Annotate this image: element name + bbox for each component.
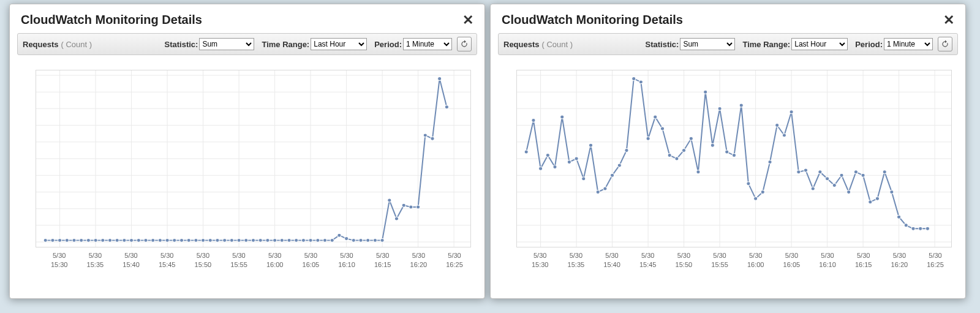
svg-point-118 [632, 77, 636, 80]
period-select[interactable]: 1 Minute [884, 38, 933, 50]
svg-point-64 [337, 233, 341, 237]
svg-point-41 [173, 238, 176, 242]
svg-point-68 [366, 238, 370, 242]
svg-point-60 [309, 238, 312, 242]
chart-grid [517, 70, 951, 247]
chart-series-points [524, 77, 929, 230]
svg-point-138 [775, 124, 779, 127]
close-icon[interactable]: ✕ [462, 13, 473, 27]
svg-point-151 [869, 200, 872, 204]
svg-point-26 [65, 238, 69, 242]
svg-point-54 [266, 238, 270, 242]
chart-svg [36, 70, 470, 247]
svg-point-28 [80, 238, 83, 242]
svg-point-65 [345, 237, 349, 241]
svg-point-147 [840, 173, 843, 177]
x-tick-label: 5/3015:40 [123, 251, 140, 270]
x-axis-ticks: 5/3015:305/3015:355/3015:405/3015:455/30… [36, 251, 471, 278]
time-range-select[interactable]: Last Hour [311, 38, 367, 50]
time-range-label: Time Range: [742, 40, 790, 49]
svg-point-24 [51, 238, 55, 242]
svg-point-124 [675, 157, 679, 160]
svg-point-37 [144, 238, 148, 242]
x-tick-label: 5/3016:10 [819, 251, 836, 270]
statistic-select[interactable]: Sum [680, 38, 735, 50]
svg-point-123 [668, 154, 671, 157]
svg-point-115 [611, 173, 614, 177]
svg-point-40 [165, 238, 169, 242]
time-range-select[interactable]: Last Hour [791, 38, 848, 50]
svg-point-38 [151, 238, 155, 242]
x-tick-label: 5/3015:30 [51, 251, 68, 270]
svg-point-51 [244, 238, 248, 242]
svg-point-56 [280, 238, 284, 242]
x-tick-label: 5/3016:20 [410, 251, 428, 270]
svg-point-39 [158, 238, 162, 242]
metric-unit: ( Count ) [61, 40, 92, 49]
x-tick-label: 5/3016:10 [338, 251, 355, 270]
svg-point-48 [223, 238, 227, 242]
svg-point-152 [875, 197, 879, 200]
period-select[interactable]: 1 Minute [403, 38, 452, 50]
svg-point-146 [832, 184, 836, 187]
close-icon[interactable]: ✕ [943, 13, 954, 27]
svg-point-116 [617, 164, 621, 167]
chart-series-line [45, 78, 447, 240]
svg-point-43 [187, 238, 190, 242]
svg-point-42 [179, 238, 183, 242]
svg-point-46 [208, 238, 212, 242]
refresh-button[interactable] [457, 37, 472, 51]
svg-point-74 [409, 205, 413, 209]
svg-point-143 [811, 187, 815, 190]
svg-point-156 [904, 224, 908, 227]
svg-point-33 [115, 238, 119, 242]
svg-point-137 [768, 160, 772, 164]
x-tick-label: 5/3015:40 [603, 251, 620, 270]
svg-point-149 [854, 170, 858, 174]
chart-plot [36, 70, 471, 247]
svg-point-45 [202, 238, 205, 242]
svg-point-32 [108, 238, 111, 242]
period-label: Period: [855, 40, 883, 49]
refresh-icon [460, 40, 469, 48]
statistic-label: Statistic: [646, 40, 679, 49]
svg-point-108 [560, 115, 564, 119]
svg-point-145 [826, 177, 829, 181]
x-tick-label: 5/3015:35 [568, 251, 585, 270]
svg-point-106 [546, 154, 549, 157]
statistic-select[interactable]: Sum [199, 38, 254, 50]
svg-point-72 [394, 217, 398, 221]
svg-point-52 [251, 238, 255, 242]
x-tick-label: 5/3015:30 [532, 251, 549, 270]
svg-point-134 [747, 182, 750, 186]
svg-point-142 [804, 168, 807, 172]
x-axis-ticks: 5/3015:305/3015:355/3015:405/3015:455/30… [516, 251, 952, 278]
svg-point-44 [194, 238, 198, 242]
chart-area: 5/3015:305/3015:355/3015:405/3015:455/30… [498, 64, 958, 284]
svg-point-53 [258, 238, 262, 242]
x-tick-label: 5/3016:00 [747, 251, 764, 270]
svg-point-130 [718, 107, 722, 110]
svg-point-114 [603, 187, 607, 190]
svg-point-136 [761, 190, 764, 194]
svg-point-128 [704, 90, 707, 94]
svg-point-35 [130, 238, 134, 242]
svg-point-157 [911, 227, 915, 230]
svg-point-133 [739, 104, 743, 107]
monitoring-panel: CloudWatch Monitoring Details ✕ Requests… [490, 4, 966, 299]
svg-point-66 [352, 238, 355, 242]
svg-point-141 [797, 170, 801, 174]
chart-svg [517, 70, 951, 247]
svg-point-125 [682, 148, 686, 152]
svg-point-29 [86, 238, 90, 242]
svg-point-69 [373, 238, 377, 242]
panel-header: CloudWatch Monitoring Details ✕ [491, 4, 965, 33]
svg-point-25 [58, 238, 62, 242]
svg-point-113 [596, 190, 600, 194]
x-tick-label: 5/3016:25 [446, 251, 463, 270]
x-tick-label: 5/3016:25 [927, 251, 944, 270]
svg-point-104 [532, 118, 535, 122]
svg-point-129 [710, 143, 714, 147]
svg-point-27 [72, 238, 76, 242]
refresh-button[interactable] [938, 37, 952, 51]
